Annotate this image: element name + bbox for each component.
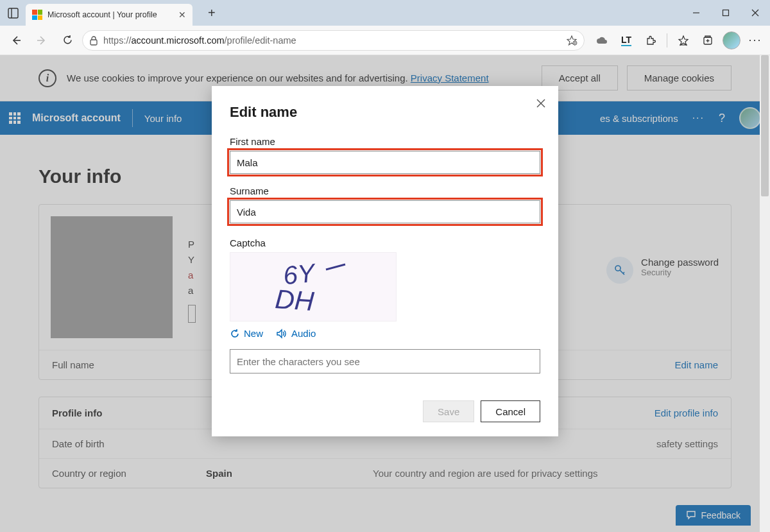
svg-rect-14 — [705, 36, 710, 37]
toolbar: https://account.microsoft.com/profile/ed… — [0, 26, 770, 55]
privacy-link[interactable]: Privacy Statement — [411, 73, 489, 83]
nav-avatar[interactable] — [739, 107, 761, 129]
tab-close-icon[interactable]: ✕ — [178, 10, 186, 20]
truncated-text: a — [188, 283, 196, 298]
window-minimize-button[interactable] — [681, 0, 711, 26]
svg-line-23 — [326, 264, 345, 270]
nav-more-icon[interactable]: ··· — [692, 112, 705, 124]
favorite-icon[interactable] — [566, 35, 578, 46]
cookie-text: We use cookies to improve your experienc… — [67, 73, 489, 83]
window-titlebar: Microsoft account | Your profile ✕ + — [0, 0, 770, 26]
svg-line-19 — [623, 272, 624, 273]
info-icon: i — [38, 69, 56, 87]
tab-actions-icon[interactable] — [5, 5, 21, 21]
help-icon[interactable]: ? — [719, 112, 725, 125]
browser-tab[interactable]: Microsoft account | Your profile ✕ — [26, 4, 193, 26]
nav-services[interactable]: es & subscriptions — [600, 113, 678, 124]
captcha-audio-link[interactable]: Audio — [276, 328, 316, 339]
svg-text:DH: DH — [274, 284, 315, 316]
svg-rect-0 — [8, 8, 18, 18]
captcha-image: 6Y DH — [230, 252, 397, 322]
surname-input[interactable] — [230, 200, 540, 223]
back-button[interactable] — [5, 30, 27, 51]
collections-icon[interactable] — [698, 31, 717, 50]
profile-avatar[interactable] — [723, 31, 740, 49]
tab-title: Microsoft account | Your profile — [47, 10, 173, 19]
cloud-icon[interactable] — [592, 31, 612, 50]
lt-extension-icon[interactable]: LT — [617, 31, 636, 50]
dob-label: Date of birth — [52, 438, 206, 449]
window-close-button[interactable] — [740, 0, 770, 26]
window-maximize-button[interactable] — [711, 0, 740, 26]
full-name-label: Full name — [52, 359, 94, 370]
url-text: https://account.microsoft.com/profile/ed… — [103, 35, 561, 46]
save-button[interactable]: Save — [423, 400, 474, 422]
feedback-button[interactable]: Feedback — [676, 505, 751, 526]
refresh-button[interactable] — [56, 30, 78, 51]
surname-label: Surname — [230, 185, 540, 196]
app-launcher-icon[interactable] — [9, 112, 21, 124]
microsoft-favicon — [32, 10, 42, 20]
country-label: Country or region — [52, 468, 206, 479]
captcha-input[interactable] — [230, 349, 540, 373]
first-name-input[interactable] — [230, 151, 540, 174]
captcha-label: Captcha — [230, 237, 540, 248]
nav-your-info[interactable]: Your info — [144, 113, 182, 124]
forward-button[interactable] — [31, 30, 53, 51]
country-note: Your country and region are used for pri… — [373, 468, 718, 479]
truncated-text: P — [188, 237, 196, 252]
edit-profile-link[interactable]: Edit profile info — [654, 408, 718, 418]
brand-title[interactable]: Microsoft account — [32, 112, 121, 124]
edit-name-dialog: Edit name First name Surname Captcha 6Y … — [212, 86, 558, 436]
svg-rect-8 — [90, 40, 97, 45]
change-password-label: Change password — [641, 257, 719, 268]
truncated-text: Y — [188, 252, 196, 268]
scrollbar-thumb[interactable] — [761, 55, 769, 196]
first-name-label: First name — [230, 136, 540, 147]
change-password-block[interactable]: Change password Security — [606, 257, 719, 284]
captcha-new-link[interactable]: New — [230, 328, 263, 339]
more-menu[interactable]: ··· — [746, 31, 765, 50]
edit-name-link[interactable]: Edit name — [674, 359, 718, 370]
new-tab-button[interactable]: + — [203, 3, 221, 23]
cancel-button[interactable]: Cancel — [481, 400, 540, 422]
svg-rect-3 — [723, 10, 729, 16]
profile-info-title: Profile info — [52, 408, 102, 418]
dob-note: safety settings — [373, 438, 718, 449]
favorites-icon[interactable] — [674, 31, 693, 50]
svg-point-17 — [615, 266, 620, 271]
profile-photo[interactable] — [51, 216, 173, 338]
dialog-title: Edit name — [230, 104, 540, 121]
dialog-close-button[interactable] — [536, 99, 545, 108]
extensions-icon[interactable] — [641, 31, 660, 50]
lock-icon — [89, 35, 98, 46]
manage-cookies-button[interactable]: Manage cookies — [627, 65, 732, 90]
security-label: Security — [641, 268, 719, 277]
key-icon — [606, 257, 633, 284]
address-bar[interactable]: https://account.microsoft.com/profile/ed… — [82, 30, 585, 51]
vertical-scrollbar[interactable] — [760, 55, 770, 532]
country-value: Spain — [206, 468, 373, 479]
truncated-text: a — [188, 268, 196, 283]
